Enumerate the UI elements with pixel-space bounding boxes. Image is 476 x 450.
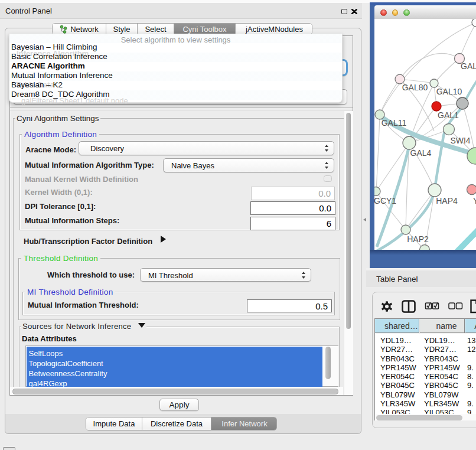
svg-text:YPL: YPL xyxy=(473,196,476,206)
svg-text:SWI4: SWI4 xyxy=(450,136,470,145)
svg-text:GCY1: GCY1 xyxy=(374,196,396,206)
svg-text:GAL11: GAL11 xyxy=(382,118,407,128)
svg-text:HAP4: HAP4 xyxy=(436,196,458,206)
svg-text:GAL10: GAL10 xyxy=(436,87,462,96)
svg-text:GAL1: GAL1 xyxy=(438,110,459,120)
svg-text:HAP2: HAP2 xyxy=(407,234,429,244)
svg-text:GAL7: GAL7 xyxy=(461,61,476,71)
svg-text:GAL4: GAL4 xyxy=(410,148,432,158)
svg-text:GAL80: GAL80 xyxy=(402,83,428,92)
